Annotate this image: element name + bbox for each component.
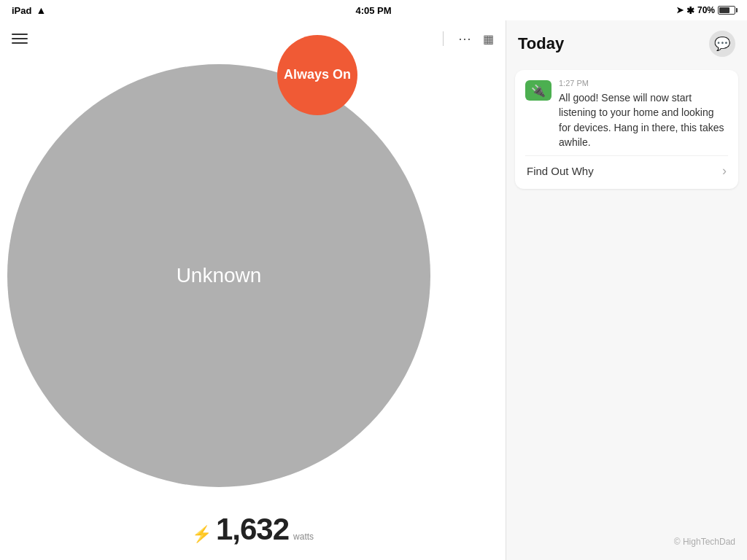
device-label: iPad [12,5,31,16]
right-panel: Today 💬 🔌 1:27 PM All good! Sense will n… [506,20,747,560]
toolbar-divider [443,31,444,46]
watts-unit: watts [293,532,314,542]
status-time: 4:05 PM [355,5,391,16]
chat-icon-button[interactable]: 💬 [709,31,735,57]
device-icon-box: 🔌 [525,80,551,101]
copyright-text: © HighTechDad [674,537,735,547]
right-header: Today 💬 [506,20,747,64]
wifi-icon: ▲ [36,4,46,16]
unknown-label: Unknown [177,264,262,287]
bluetooth-icon: ✱ [686,5,694,16]
always-on-bubble[interactable]: Always On [277,35,357,115]
network-icon[interactable]: ⋯ [458,31,471,47]
find-out-why-row[interactable]: Find Out Why › [525,155,728,180]
always-on-label: Always On [284,67,351,83]
find-out-why-label: Find Out Why [527,165,594,177]
notification-message: All good! Sense will now start listening… [559,90,728,149]
location-icon: ➤ [676,5,684,15]
watts-value: 1,632 [216,512,289,547]
right-content: 🔌 1:27 PM All good! Sense will now start… [506,64,747,560]
watts-unit-wrapper: watts [293,527,314,542]
hamburger-menu[interactable] [12,34,28,44]
plug-icon: 🔌 [531,84,546,98]
left-toolbar: ⋯ ▦ [0,20,506,57]
left-panel: ⋯ ▦ Always On Unknown ⚡ 1,632 watts [0,20,506,560]
chart-icon[interactable]: ▦ [483,32,494,46]
status-left: iPad ▲ [12,4,46,16]
unknown-circle: Unknown [7,64,430,487]
notification-header: 🔌 1:27 PM All good! Sense will now start… [525,79,728,149]
notification-card: 🔌 1:27 PM All good! Sense will now start… [515,70,738,189]
notification-body: 1:27 PM All good! Sense will now start l… [559,79,728,149]
chevron-right-icon: › [722,163,727,179]
battery-indicator [718,6,735,15]
right-panel-title: Today [518,34,564,53]
watts-display: ⚡ 1,632 watts [0,512,506,547]
chat-icon: 💬 [714,36,730,52]
bolt-icon: ⚡ [192,525,212,544]
status-right: ➤ ✱ 70% [676,5,735,16]
notification-time: 1:27 PM [559,79,728,88]
status-bar: iPad ▲ 4:05 PM ➤ ✱ 70% [0,0,747,20]
battery-percent: 70% [697,5,715,15]
main-layout: ⋯ ▦ Always On Unknown ⚡ 1,632 watts Toda… [0,20,747,560]
